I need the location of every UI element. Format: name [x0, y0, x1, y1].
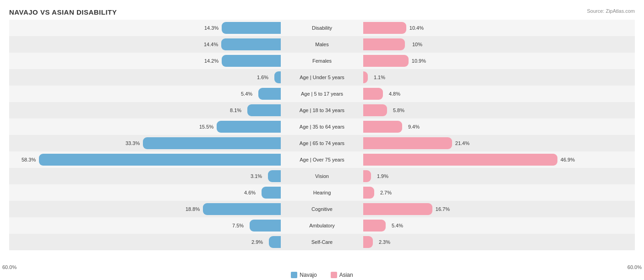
- bars-wrapper: 2.9% Self-Care 2.3%: [9, 234, 635, 250]
- row-label: Age | Under 5 years: [281, 75, 363, 80]
- navajo-value: 2.9%: [251, 239, 263, 245]
- left-side: 14.2%: [9, 53, 281, 69]
- chart-title: NAVAJO VS ASIAN DISABILITY: [9, 8, 635, 16]
- chart-row: 4.6% Hearing 2.7%: [9, 184, 635, 201]
- asian-value: 10.9%: [412, 58, 426, 64]
- left-side: 4.6%: [9, 184, 281, 201]
- asian-bar: 1.9%: [363, 170, 371, 182]
- asian-bar: 9.4%: [363, 121, 402, 133]
- row-label: Hearing: [281, 190, 363, 195]
- asian-value: 9.4%: [408, 124, 420, 129]
- row-label: Vision: [281, 173, 363, 179]
- right-side: 5.4%: [363, 217, 635, 234]
- right-side: 2.3%: [363, 234, 635, 250]
- asian-bar: 1.1%: [363, 71, 368, 83]
- chart-area: 14.3% Disability 10.4% 14.4% Males 10%: [9, 20, 635, 248]
- bars-wrapper: 14.3% Disability 10.4%: [9, 20, 635, 36]
- asian-value: 10.4%: [409, 25, 424, 31]
- navajo-value: 8.1%: [230, 108, 241, 113]
- navajo-legend-label: Navajo: [300, 272, 317, 278]
- legend-asian: Asian: [331, 272, 353, 278]
- navajo-value: 3.1%: [251, 173, 262, 179]
- asian-value: 10%: [412, 42, 422, 47]
- right-side: 10.4%: [363, 20, 635, 36]
- chart-row: 18.8% Cognitive 16.7%: [9, 201, 635, 217]
- left-axis-label: 60.0%: [2, 264, 16, 270]
- chart-row: 3.1% Vision 1.9%: [9, 168, 635, 184]
- asian-bar: 5.4%: [363, 220, 386, 232]
- navajo-bar: 33.3%: [143, 137, 281, 149]
- chart-row: 7.5% Ambulatory 5.4%: [9, 217, 635, 234]
- right-side: 4.8%: [363, 86, 635, 102]
- navajo-value: 14.4%: [204, 42, 218, 47]
- asian-value: 5.4%: [392, 223, 403, 228]
- row-label: Age | Over 75 years: [281, 157, 363, 162]
- left-side: 7.5%: [9, 217, 281, 234]
- asian-value: 5.8%: [393, 108, 404, 113]
- left-side: 58.3%: [9, 151, 281, 168]
- asian-bar: 4.8%: [363, 88, 383, 100]
- left-side: 8.1%: [9, 102, 281, 118]
- chart-row: 2.9% Self-Care 2.3%: [9, 234, 635, 250]
- asian-bar: 10%: [363, 38, 405, 50]
- navajo-bar: 58.3%: [39, 154, 281, 166]
- legend: Navajo Asian: [0, 272, 644, 278]
- navajo-value: 14.2%: [204, 58, 218, 64]
- bars-wrapper: 15.5% Age | 35 to 64 years 9.4%: [9, 118, 635, 135]
- row-label: Age | 18 to 34 years: [281, 108, 363, 113]
- asian-color-swatch: [331, 272, 337, 278]
- chart-row: 14.4% Males 10%: [9, 36, 635, 53]
- navajo-bar: 14.2%: [222, 55, 281, 67]
- right-side: 16.7%: [363, 201, 635, 217]
- asian-value: 46.9%: [561, 157, 575, 162]
- asian-bar: 2.7%: [363, 187, 374, 199]
- bars-wrapper: 14.2% Females 10.9%: [9, 53, 635, 69]
- navajo-bar: 15.5%: [217, 121, 281, 133]
- row-label: Ambulatory: [281, 223, 363, 228]
- chart-row: 15.5% Age | 35 to 64 years 9.4%: [9, 118, 635, 135]
- navajo-value: 4.6%: [244, 190, 256, 195]
- navajo-value: 18.8%: [186, 206, 200, 212]
- bars-wrapper: 33.3% Age | 65 to 74 years 21.4%: [9, 135, 635, 151]
- row-label: Self-Care: [281, 239, 363, 245]
- right-side: 1.9%: [363, 168, 635, 184]
- right-side: 10%: [363, 36, 635, 53]
- bars-wrapper: 58.3% Age | Over 75 years 46.9%: [9, 151, 635, 168]
- left-side: 14.3%: [9, 20, 281, 36]
- right-side: 1.1%: [363, 69, 635, 86]
- left-side: 14.4%: [9, 36, 281, 53]
- navajo-bar: 5.4%: [258, 88, 281, 100]
- asian-value: 1.1%: [374, 75, 385, 80]
- left-side: 2.9%: [9, 234, 281, 250]
- row-label: Cognitive: [281, 206, 363, 212]
- navajo-value: 7.5%: [232, 223, 244, 228]
- asian-value: 2.7%: [380, 190, 392, 195]
- row-label: Disability: [281, 25, 363, 31]
- navajo-bar: 7.5%: [250, 220, 281, 232]
- navajo-value: 5.4%: [241, 91, 252, 97]
- navajo-bar: 14.4%: [221, 38, 281, 50]
- right-side: 10.9%: [363, 53, 635, 69]
- asian-bar: 10.4%: [363, 22, 406, 34]
- row-label: Females: [281, 58, 363, 64]
- navajo-bar: 8.1%: [247, 104, 281, 116]
- bars-wrapper: 14.4% Males 10%: [9, 36, 635, 53]
- right-axis-label: 60.0%: [628, 264, 642, 270]
- asian-bar: 2.3%: [363, 236, 373, 248]
- chart-row: 8.1% Age | 18 to 34 years 5.8%: [9, 102, 635, 118]
- asian-value: 2.3%: [379, 239, 390, 245]
- right-side: 5.8%: [363, 102, 635, 118]
- bars-wrapper: 4.6% Hearing 2.7%: [9, 184, 635, 201]
- asian-bar: 21.4%: [363, 137, 452, 149]
- bars-wrapper: 18.8% Cognitive 16.7%: [9, 201, 635, 217]
- row-label: Age | 65 to 74 years: [281, 140, 363, 146]
- navajo-value: 1.6%: [257, 75, 268, 80]
- chart-row: 58.3% Age | Over 75 years 46.9%: [9, 151, 635, 168]
- chart-row: 5.4% Age | 5 to 17 years 4.8%: [9, 86, 635, 102]
- navajo-value: 14.3%: [204, 25, 218, 31]
- chart-row: 14.2% Females 10.9%: [9, 53, 635, 69]
- chart-row: 1.6% Age | Under 5 years 1.1%: [9, 69, 635, 86]
- bars-wrapper: 5.4% Age | 5 to 17 years 4.8%: [9, 86, 635, 102]
- source-label: Source: ZipAtlas.com: [587, 8, 635, 14]
- left-side: 18.8%: [9, 201, 281, 217]
